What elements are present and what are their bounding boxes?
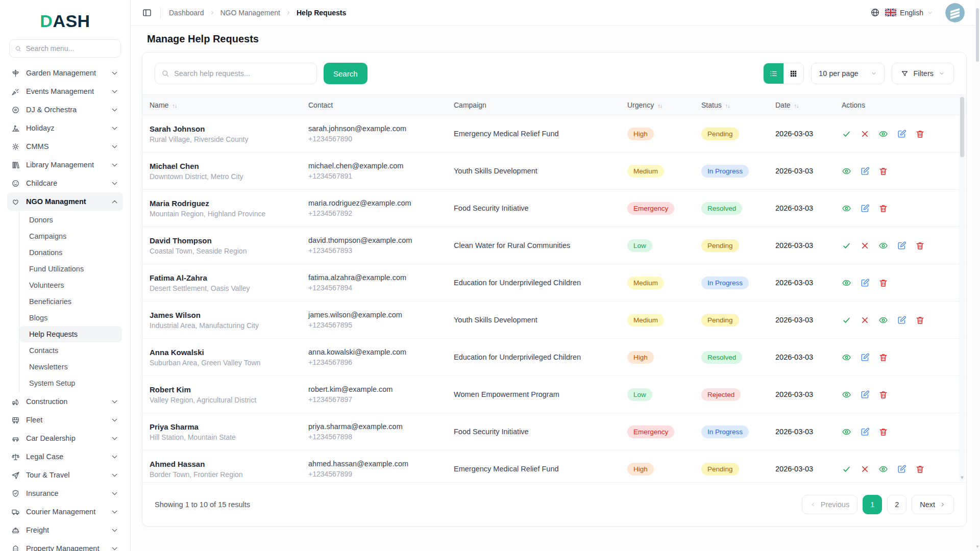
reject-x-icon[interactable] (860, 464, 870, 474)
sidebar-item-legal-case[interactable]: Legal Case (7, 447, 123, 466)
approve-check-icon[interactable] (842, 464, 851, 474)
sidebar-item-blogs[interactable]: Blogs (19, 310, 122, 326)
view-eye-icon[interactable] (878, 464, 888, 474)
sidebar-toggle-icon[interactable] (142, 8, 152, 18)
delete-trash-icon[interactable] (915, 315, 925, 325)
table-scrollbar-thumb[interactable] (960, 97, 964, 157)
delete-trash-icon[interactable] (915, 129, 925, 139)
sidebar-item-events-management[interactable]: Events Management (7, 82, 123, 101)
sidebar-item-ngo-managment[interactable]: NGO Managment (7, 192, 123, 211)
sidebar-search-input[interactable] (26, 44, 115, 53)
page-scrollbar-thumb[interactable] (976, 8, 979, 62)
chevron-down-icon (110, 544, 119, 551)
sidebar-item-property-management[interactable]: Property Management (7, 539, 123, 551)
edit-pencil-icon[interactable] (897, 129, 906, 139)
edit-pencil-icon[interactable] (860, 353, 870, 362)
breadcrumb-item-dashboard[interactable]: Dashboard (169, 9, 204, 17)
globe-icon[interactable] (870, 8, 880, 17)
search-button[interactable]: Search (324, 63, 368, 84)
sidebar-item-freight[interactable]: Freight (7, 521, 123, 539)
sidebar-item-dj-orchestra[interactable]: DJ & Orchestra (7, 101, 123, 119)
view-eye-icon[interactable] (842, 166, 851, 176)
sidebar-item-beneficiaries[interactable]: Beneficiaries (19, 293, 122, 310)
scrollbar-arrow-icon[interactable]: ▼ (959, 475, 965, 480)
sidebar-item-volunteers[interactable]: Volunteers (19, 277, 122, 293)
view-eye-icon[interactable] (842, 278, 851, 288)
sidebar-item-donors[interactable]: Donors (19, 212, 122, 228)
delete-trash-icon[interactable] (878, 204, 888, 213)
sort-icon[interactable]: ↑↓ (794, 103, 799, 109)
view-eye-icon[interactable] (878, 315, 888, 325)
approve-check-icon[interactable] (842, 129, 851, 139)
reject-x-icon[interactable] (860, 129, 870, 139)
page-button-2[interactable]: 2 (887, 495, 906, 514)
sidebar-item-cmms[interactable]: CMMS (7, 137, 123, 156)
delete-trash-icon[interactable] (878, 353, 888, 362)
sidebar-item-system-setup[interactable]: System Setup (19, 375, 122, 391)
column-header-date[interactable]: Date↑↓ (769, 95, 836, 115)
previous-page-button[interactable]: Previous (802, 495, 857, 514)
scrollbar-arrow-icon[interactable]: ▼ (975, 544, 980, 549)
edit-pencil-icon[interactable] (860, 166, 870, 176)
edit-pencil-icon[interactable] (860, 390, 870, 399)
sidebar-item-construction[interactable]: Construction (7, 392, 123, 411)
view-eye-icon[interactable] (842, 427, 851, 437)
sidebar-item-campaigns[interactable]: Campaigns (19, 228, 122, 244)
sidebar-item-donations[interactable]: Donations (19, 244, 122, 261)
grid-view-button[interactable] (783, 63, 803, 84)
edit-pencil-icon[interactable] (897, 315, 906, 325)
column-header-status[interactable]: Status↑↓ (695, 95, 769, 115)
page-button-1[interactable]: 1 (863, 495, 882, 514)
reject-x-icon[interactable] (860, 315, 870, 325)
sidebar-item-newsletters[interactable]: Newsletters (19, 359, 122, 375)
sidebar-item-contacts[interactable]: Contacts (19, 342, 122, 359)
sidebar-item-insurance[interactable]: Insurance (7, 484, 123, 503)
per-page-select[interactable]: 10 per page (811, 63, 884, 84)
reject-x-icon[interactable] (860, 241, 870, 251)
list-view-button[interactable] (764, 63, 783, 84)
delete-trash-icon[interactable] (915, 464, 925, 474)
view-eye-icon[interactable] (842, 353, 851, 362)
approve-check-icon[interactable] (842, 315, 851, 325)
table-row: Ahmed Hassan Border Town, Frontier Regio… (142, 450, 966, 483)
sidebar-item-car-dealership[interactable]: Car Dealership (7, 429, 123, 447)
sidebar-item-fleet[interactable]: Fleet (7, 411, 123, 429)
sort-icon[interactable]: ↑↓ (172, 103, 177, 109)
sort-icon[interactable]: ↑↓ (725, 103, 730, 109)
view-eye-icon[interactable] (878, 129, 888, 139)
view-eye-icon[interactable] (842, 390, 851, 399)
next-page-button[interactable]: Next (912, 495, 954, 514)
sidebar-item-childcare[interactable]: Childcare (7, 174, 123, 192)
user-avatar[interactable] (945, 3, 965, 22)
page-scrollbar[interactable]: ▼ (975, 0, 980, 551)
sidebar-item-library-management[interactable]: Library Management (7, 156, 123, 174)
edit-pencil-icon[interactable] (897, 241, 906, 251)
sidebar-item-help-requests[interactable]: Help Requests (19, 326, 122, 342)
sidebar-item-garden-management[interactable]: Garden Management (7, 64, 123, 82)
table-search-input[interactable] (174, 69, 310, 78)
delete-trash-icon[interactable] (878, 427, 888, 437)
delete-trash-icon[interactable] (878, 166, 888, 176)
request-name: Ahmed Hassan (150, 460, 296, 468)
approve-check-icon[interactable] (842, 241, 851, 251)
filters-button[interactable]: Filters (892, 63, 954, 84)
language-selector[interactable]: English (885, 9, 933, 17)
sort-icon[interactable]: ↑↓ (657, 103, 662, 109)
table-scrollbar[interactable]: ▼ (959, 95, 965, 481)
edit-pencil-icon[interactable] (860, 204, 870, 213)
column-header-urgency[interactable]: Urgency↑↓ (621, 95, 695, 115)
edit-pencil-icon[interactable] (860, 278, 870, 288)
sidebar-item-holidayz[interactable]: Holidayz (7, 119, 123, 137)
view-eye-icon[interactable] (842, 204, 851, 213)
edit-pencil-icon[interactable] (897, 464, 906, 474)
sidebar-item-courier-management[interactable]: Courier Management (7, 503, 123, 521)
sidebar-item-tour-travel[interactable]: Tour & Travel (7, 466, 123, 484)
delete-trash-icon[interactable] (878, 390, 888, 399)
sidebar-item-fund-utilizations[interactable]: Fund Utilizations (19, 261, 122, 277)
edit-pencil-icon[interactable] (860, 427, 870, 437)
column-header-name[interactable]: Name↑↓ (142, 95, 302, 115)
delete-trash-icon[interactable] (878, 278, 888, 288)
delete-trash-icon[interactable] (915, 241, 925, 251)
view-eye-icon[interactable] (878, 241, 888, 251)
breadcrumb-item-ngo-management[interactable]: NGO Management (220, 9, 281, 17)
